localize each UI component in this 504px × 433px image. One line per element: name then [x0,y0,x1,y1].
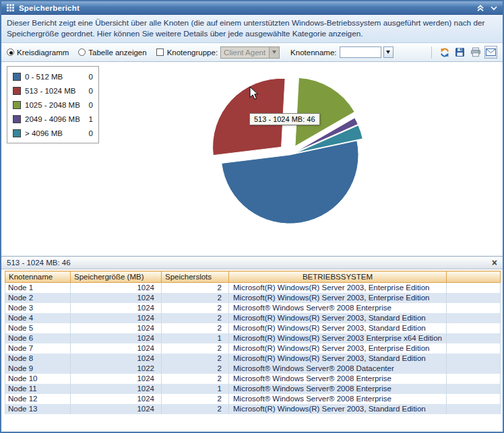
close-icon[interactable]: × [492,258,497,267]
email-icon[interactable] [484,46,497,59]
table-cell: Node 13 [5,404,71,414]
table-cell: Node 2 [5,293,71,303]
table-cell: Node 3 [5,303,71,313]
table-row: Node 410242Microsoft(R) Windows(R) Serve… [5,313,501,323]
widget-title: Speicherbericht [19,4,80,12]
table-cell [447,374,501,384]
table-cell: 1024 [71,283,162,294]
legend-label: 0 - 512 MB [25,73,86,81]
nodegroup-select-value: Client Agent [224,48,265,57]
column-header[interactable]: Speichergröße (MB) [71,271,162,283]
table-cell [447,323,501,333]
legend-swatch-icon [13,101,21,109]
nodegroup-label: Knotengruppe: [167,48,218,57]
report-description: Dieser Bericht zeigt eine Übersicht über… [1,15,503,43]
table-cell: Microsoft(R) Windows(R) Server 2003, Ent… [229,293,447,303]
table-cell: 1024 [71,343,162,354]
radio-selected-icon [7,48,14,56]
table-cell: 1024 [71,394,162,404]
table-cell: Microsoft(R) Windows(R) Server 2003, Ent… [229,283,447,294]
chevron-down-icon[interactable] [489,3,499,13]
mouse-cursor-icon [249,86,259,103]
table-cell: Microsoft(R) Windows(R) Server 2003 Ente… [229,333,447,343]
table-cell: Microsoft(R) Windows(R) Server 2003, Sta… [229,313,447,323]
table-cell: Microsoft® Windows Server® 2008 Enterpri… [229,303,447,313]
table-cell: 2 [162,313,229,323]
legend-count: 1 [89,115,93,123]
speicherbericht-widget: Speicherbericht Dieser Bericht zeigt ein… [0,0,504,433]
radio-unselected-icon [78,48,86,56]
report-grid-icon [5,3,15,13]
table-row: Node 810242Microsoft(R) Windows(R) Serve… [5,354,501,364]
legend-item: 0 - 512 MB0 [7,69,98,84]
table-cell: 2 [162,283,229,294]
table-cell: 2 [162,323,229,333]
column-header[interactable] [447,271,501,283]
table-cell: Node 6 [5,333,71,343]
column-header[interactable]: BETRIEBSSYSTEM [229,271,447,283]
nodegroup-select-arrow-icon [269,47,279,58]
table-row: Node 710242Microsoft(R) Windows(R) Serve… [5,343,501,354]
table-cell: 2 [162,354,229,364]
save-icon[interactable] [453,46,466,59]
collapse-double-chevron-icon[interactable] [476,3,485,13]
legend-item: 2049 - 4096 MB1 [7,112,98,126]
table-row: Node 1210242Microsoft® Windows Server® 2… [5,394,501,404]
column-header[interactable]: Knotenname [5,271,71,283]
table-row: Node 1110241Microsoft® Windows Server® 2… [5,384,501,394]
table-row: Node 210242Microsoft(R) Windows(R) Serve… [5,293,501,303]
table-cell: 2 [162,303,229,313]
legend-swatch-icon [13,87,21,95]
table-cell: 1024 [71,323,162,333]
table-cell: Node 10 [5,374,71,384]
legend-label: > 4096 MB [25,129,86,137]
checkbox-icon [156,48,164,56]
legend-swatch-icon [13,115,21,123]
table-cell: Microsoft(R) Windows(R) Server 2003, Ent… [229,343,447,354]
table-cell [447,404,501,414]
legend-swatch-icon [13,129,21,137]
table-cell [447,343,501,354]
table-cell: 2 [162,394,229,404]
table-view-radio[interactable]: Tabelle anzeigen [78,48,146,57]
table-cell [447,293,501,303]
table-cell: Node 7 [5,343,71,354]
legend-item: 1025 - 2048 MB0 [7,98,98,112]
table-cell: 1024 [71,404,162,414]
pie-chart-radio[interactable]: Kreisdiagramm [7,48,69,57]
table-cell: Node 12 [5,394,71,404]
table-row: Node 310242Microsoft® Windows Server® 20… [5,303,501,313]
table-cell: Microsoft® Windows Server® 2008 Enterpri… [229,374,447,384]
table-row: Node 910222Microsoft® Windows Server® 20… [5,364,501,374]
table-cell: 2 [162,374,229,384]
nodename-dropdown-button[interactable] [383,46,393,58]
nodegroup-select[interactable]: Client Agent [220,46,280,59]
refresh-icon[interactable] [438,46,451,59]
column-header[interactable]: Speicherslots [162,271,229,283]
table-view-radio-label: Tabelle anzeigen [88,48,146,57]
legend-item: 513 - 1024 MB0 [7,84,98,98]
table-cell: 1024 [71,354,162,364]
report-toolbar: Kreisdiagramm Tabelle anzeigen Knotengru… [1,43,503,62]
table-cell: 1024 [71,374,162,384]
table-cell: 1 [162,333,229,343]
widget-titlebar: Speicherbericht [1,1,503,15]
nodegroup-checkbox[interactable]: Knotengruppe: [156,48,218,57]
table-cell [447,313,501,323]
chart-legend: 0 - 512 MB0513 - 1024 MB01025 - 2048 MB0… [7,66,99,143]
table-row: Node 110242Microsoft(R) Windows(R) Serve… [5,283,501,294]
legend-count: 0 [89,73,93,81]
legend-label: 2049 - 4096 MB [25,115,86,123]
table-cell: 2 [162,364,229,374]
print-icon[interactable] [469,46,482,59]
table-cell: 1022 [71,364,162,374]
nodename-input[interactable] [340,46,381,58]
legend-item: > 4096 MB0 [7,126,98,140]
table-row: Node 1310242Microsoft(R) Windows(R) Serv… [5,404,501,414]
table-cell: Microsoft(R) Windows(R) Server 2003, Sta… [229,354,447,364]
table-cell: 1 [162,384,229,394]
pie-slice-0-512-MB[interactable] [222,141,358,224]
table-cell: Microsoft® Windows Server® 2008 Enterpri… [229,384,447,394]
table-cell: Node 1 [5,283,71,294]
table-cell: Node 5 [5,323,71,333]
